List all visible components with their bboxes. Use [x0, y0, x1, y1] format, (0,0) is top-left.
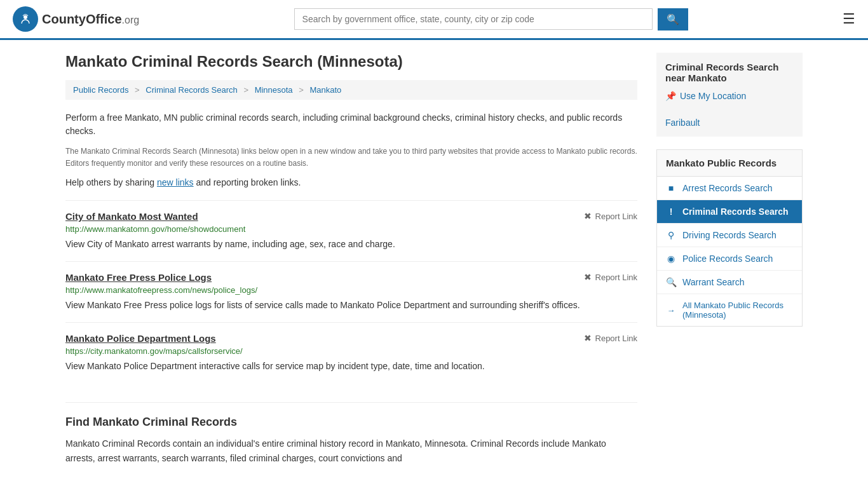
use-location-label: Use My Location — [680, 91, 746, 101]
sidebar-nearby: Criminal Records Search near Mankato 📌 U… — [656, 53, 803, 137]
record-entry-0: City of Mankato Most Wanted ✖ Report Lin… — [65, 200, 637, 261]
record-desc-1: View Mankato Free Press police logs for … — [65, 299, 637, 312]
sidebar-item-driving-label: Driving Records Search — [682, 230, 776, 240]
logo-name: CountyOffice.org — [42, 12, 139, 26]
breadcrumb: Public Records > Criminal Records Search… — [65, 80, 637, 100]
search-input[interactable] — [294, 8, 653, 30]
sidebar-public-title: Mankato Public Records — [657, 150, 802, 177]
breadcrumb-mankato[interactable]: Mankato — [309, 85, 341, 95]
breadcrumb-public-records[interactable]: Public Records — [73, 85, 128, 95]
sidebar-item-criminal-label: Criminal Records Search — [682, 207, 789, 217]
record-header-2: Mankato Police Department Logs ✖ Report … — [65, 333, 637, 344]
description-2: The Mankato Criminal Records Search (Min… — [65, 146, 637, 170]
faribault-link[interactable]: Faribault — [665, 118, 700, 128]
logo-icon — [13, 6, 38, 32]
logo-area: CountyOffice.org — [13, 6, 139, 32]
record-header-1: Mankato Free Press Police Logs ✖ Report … — [65, 272, 637, 283]
report-icon-2: ✖ — [584, 333, 592, 343]
breadcrumb-criminal-records[interactable]: Criminal Records Search — [146, 85, 238, 95]
use-location-link[interactable]: 📌 Use My Location — [665, 91, 794, 101]
location-icon: 📌 — [665, 91, 676, 101]
report-link-2[interactable]: ✖ Report Link — [584, 333, 637, 343]
records-list: City of Mankato Most Wanted ✖ Report Lin… — [65, 200, 637, 383]
record-url-2: https://city.mankatomn.gov/maps/callsfor… — [65, 346, 637, 356]
breadcrumb-sep-3: > — [299, 85, 304, 95]
report-label-2: Report Link — [595, 334, 637, 343]
police-icon: ◉ — [666, 254, 676, 264]
find-section: Find Mankato Criminal Records Mankato Cr… — [65, 402, 637, 465]
hamburger-icon: ☰ — [843, 11, 855, 27]
record-desc-0: View City of Mankato arrest warrants by … — [65, 238, 637, 251]
content-area: Mankato Criminal Records Search (Minneso… — [65, 53, 637, 465]
record-link-0[interactable]: City of Mankato Most Wanted — [65, 211, 198, 222]
report-link-1[interactable]: ✖ Report Link — [584, 272, 637, 282]
record-link-1[interactable]: Mankato Free Press Police Logs — [65, 272, 212, 283]
record-title-1: Mankato Free Press Police Logs — [65, 272, 212, 283]
breadcrumb-minnesota[interactable]: Minnesota — [255, 85, 293, 95]
svg-point-1 — [24, 15, 27, 19]
report-icon-0: ✖ — [584, 211, 592, 221]
sidebar-item-driving[interactable]: ⚲ Driving Records Search — [657, 224, 802, 247]
logo-text-area: CountyOffice.org — [42, 12, 139, 27]
search-bar-area: 🔍 — [294, 8, 688, 30]
site-header: CountyOffice.org 🔍 ☰ — [0, 0, 868, 40]
new-links-link[interactable]: new links — [157, 177, 194, 187]
main-container: Mankato Criminal Records Search (Minneso… — [53, 40, 815, 478]
breadcrumb-sep-2: > — [243, 85, 248, 95]
sidebar-item-all-records[interactable]: → All Mankato Public Records (Minnesota) — [657, 294, 802, 326]
report-link-0[interactable]: ✖ Report Link — [584, 211, 637, 221]
find-desc: Mankato Criminal Records contain an indi… — [65, 437, 637, 465]
sidebar-item-criminal[interactable]: ! Criminal Records Search — [657, 200, 802, 224]
sidebar-item-all-records-label: All Mankato Public Records (Minnesota) — [682, 301, 793, 320]
record-desc-2: View Mankato Police Department interacti… — [65, 360, 637, 373]
find-title: Find Mankato Criminal Records — [65, 416, 637, 429]
sidebar: Criminal Records Search near Mankato 📌 U… — [656, 53, 803, 465]
sidebar-public-records: Mankato Public Records ■ Arrest Records … — [656, 149, 803, 327]
report-label-1: Report Link — [595, 273, 637, 282]
page-title: Mankato Criminal Records Search (Minneso… — [65, 53, 637, 71]
sidebar-nearby-title: Criminal Records Search near Mankato — [665, 62, 794, 83]
warrant-icon: 🔍 — [666, 277, 676, 287]
record-header-0: City of Mankato Most Wanted ✖ Report Lin… — [65, 211, 637, 222]
record-link-2[interactable]: Mankato Police Department Logs — [65, 333, 216, 344]
desc3-pre: Help others by sharing — [65, 177, 157, 187]
record-title-2: Mankato Police Department Logs — [65, 333, 216, 344]
sidebar-item-arrest-label: Arrest Records Search — [682, 183, 773, 193]
sidebar-item-arrest[interactable]: ■ Arrest Records Search — [657, 177, 802, 200]
sidebar-item-police-label: Police Records Search — [682, 254, 773, 264]
breadcrumb-sep-1: > — [135, 85, 140, 95]
sidebar-item-police[interactable]: ◉ Police Records Search — [657, 247, 802, 271]
search-button[interactable]: 🔍 — [658, 8, 688, 30]
all-records-icon: → — [666, 306, 676, 315]
driving-icon: ⚲ — [666, 230, 676, 240]
report-icon-1: ✖ — [584, 272, 592, 282]
search-icon: 🔍 — [667, 14, 679, 25]
record-title-0: City of Mankato Most Wanted — [65, 211, 198, 222]
record-url-0: http://www.mankatomn.gov/home/showdocume… — [65, 224, 637, 234]
menu-button[interactable]: ☰ — [843, 11, 855, 27]
description-1: Perform a free Mankato, MN public crimin… — [65, 111, 637, 138]
sidebar-item-warrant-label: Warrant Search — [682, 277, 745, 287]
arrest-icon: ■ — [666, 183, 676, 193]
desc3-post: and reporting broken links. — [194, 177, 301, 187]
description-3: Help others by sharing new links and rep… — [65, 177, 637, 187]
sidebar-item-warrant[interactable]: 🔍 Warrant Search — [657, 271, 802, 294]
record-entry-2: Mankato Police Department Logs ✖ Report … — [65, 322, 637, 383]
record-entry-1: Mankato Free Press Police Logs ✖ Report … — [65, 261, 637, 322]
record-url-1: http://www.mankatofreepress.com/news/pol… — [65, 285, 637, 295]
report-label-0: Report Link — [595, 212, 637, 221]
criminal-icon: ! — [666, 207, 676, 217]
